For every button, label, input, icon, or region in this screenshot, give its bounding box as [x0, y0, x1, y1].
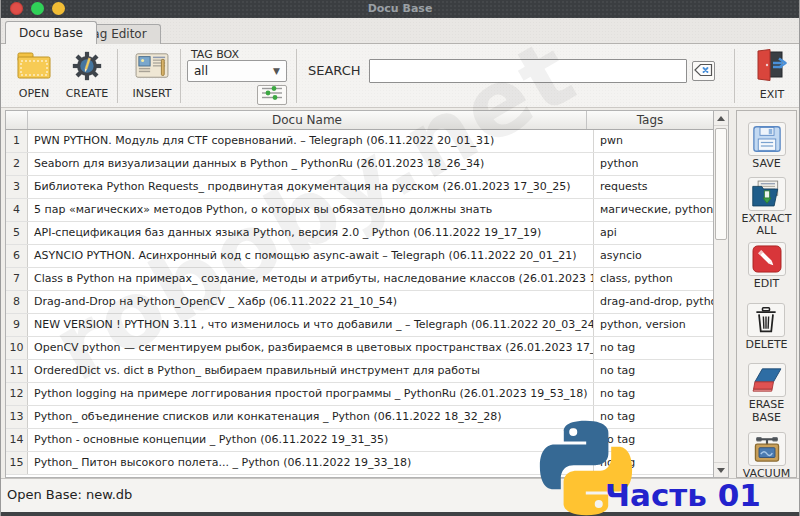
row-docu-name: Seaborn для визуализации данных в Python…	[28, 153, 594, 175]
row-number: 1	[6, 130, 28, 152]
table-row[interactable]: 7 Class в Python на примерах_ создание, …	[6, 268, 713, 291]
table-row[interactable]: 9 NEW VERSION ! PYTHON 3.11 , что измени…	[6, 314, 713, 337]
row-docu-name: OpenCV python — сегментируем рыбок, разб…	[28, 337, 594, 359]
table-row[interactable]: 15 Python_ Питон высокого полета... _ Py…	[6, 452, 713, 475]
vacuum-icon	[748, 432, 786, 466]
part-label: Часть 01	[605, 477, 761, 513]
toolbar-separator	[180, 49, 181, 103]
row-tags: requests	[594, 176, 713, 198]
row-docu-name: PWN PYTHON. Модуль для CTF соревнований.…	[28, 130, 594, 152]
extract-all-label: EXTRACT ALL	[739, 213, 795, 238]
scroll-up-icon	[717, 116, 725, 121]
row-docu-name: OrderedDict vs. dict в Python_ выбираем …	[28, 360, 594, 382]
create-button[interactable]: CREATE	[63, 51, 111, 100]
sliders-icon	[260, 85, 284, 105]
row-tags: drag-and-drop, python, ...	[594, 291, 713, 313]
row-tags: class, python	[594, 268, 713, 290]
row-number: 7	[6, 268, 28, 290]
scrollbar-thumb[interactable]	[715, 128, 727, 240]
gear-icon	[71, 51, 103, 85]
main-area: Docu Name Tags 1 PWN PYTHON. Модуль для …	[1, 108, 799, 478]
delete-button[interactable]: DELETE	[745, 303, 787, 352]
search-input[interactable]	[369, 59, 687, 83]
row-number: 9	[6, 314, 28, 336]
row-tags: no tag	[594, 452, 713, 474]
backspace-clear-icon	[694, 62, 713, 81]
erase-base-label: ERASE BASE	[739, 399, 795, 424]
table-row[interactable]: 13 Python_ объединение списков или конка…	[6, 406, 713, 429]
table-row[interactable]: 6 ASYNCIO PYTHON. Асинхронный код с помо…	[6, 245, 713, 268]
vertical-scrollbar[interactable]	[713, 111, 728, 477]
row-docu-name: API-спецификация баз данных языка Python…	[28, 222, 594, 244]
toolbar-separator	[296, 49, 297, 103]
scrollbar-track[interactable]	[714, 126, 728, 462]
table-header: Docu Name Tags	[6, 111, 713, 130]
window-title: Docu Base	[1, 0, 799, 18]
chevron-down-icon: ▼	[273, 66, 280, 76]
row-number: 2	[6, 153, 28, 175]
floppy-icon	[748, 122, 786, 156]
row-tags: python, version	[594, 314, 713, 336]
table-row[interactable]: 1 PWN PYTHON. Модуль для CTF соревновани…	[6, 130, 713, 153]
table-row[interactable]: 14 Python - основные концепции _ Python …	[6, 429, 713, 452]
row-docu-name: Библиотека Python Requests_ продвинутая …	[28, 176, 594, 198]
table-row[interactable]: 4 5 пар «магических» методов Python, о к…	[6, 199, 713, 222]
table-row[interactable]: 12 Python logging на примере логгировани…	[6, 383, 713, 406]
scroll-down-button[interactable]	[714, 462, 728, 477]
column-header-tags[interactable]: Tags	[587, 111, 713, 129]
edit-button[interactable]: EDIT	[748, 242, 786, 291]
row-docu-name: 5 пар «магических» методов Python, о кот…	[28, 199, 594, 221]
extract-folder-icon	[748, 177, 786, 211]
title-bar: Docu Base	[1, 0, 799, 18]
row-tags: asyncio	[594, 245, 713, 267]
save-button[interactable]: SAVE	[748, 122, 786, 171]
edit-pencil-icon	[748, 242, 786, 276]
row-docu-name: Python_ Питон высокого полета... _ Pytho…	[28, 452, 594, 474]
table-row[interactable]: 3 Библиотека Python Requests_ продвинута…	[6, 176, 713, 199]
search-label: SEARCH	[308, 63, 361, 78]
table-row[interactable]: 11 OrderedDict vs. dict в Python_ выбира…	[6, 360, 713, 383]
tab-docu-base[interactable]: Docu Base	[5, 21, 97, 44]
row-number: 8	[6, 291, 28, 313]
exit-button[interactable]: EXIT	[749, 49, 795, 101]
extract-all-button[interactable]: EXTRACT ALL	[739, 177, 795, 238]
scroll-down-icon	[717, 468, 725, 473]
row-number: 5	[6, 222, 28, 244]
toolbar: OPEN	[1, 44, 799, 108]
erase-base-button[interactable]: ERASE BASE	[739, 363, 795, 424]
row-number: 15	[6, 452, 28, 474]
row-tags: python	[594, 153, 713, 175]
open-label: OPEN	[19, 87, 49, 100]
status-text: Open Base: new.db	[7, 487, 132, 502]
create-label: CREATE	[66, 87, 109, 100]
row-number: 10	[6, 337, 28, 359]
scroll-up-button[interactable]	[714, 111, 728, 126]
row-number: 13	[6, 406, 28, 428]
row-tags: no tag	[594, 360, 713, 382]
row-docu-name: Drag-and-Drop на Python_OpenCV _ Хабр (0…	[28, 291, 594, 313]
action-sidebar: SAVE EXTRACT ALL	[736, 110, 797, 478]
toolbar-separator	[734, 49, 735, 103]
trash-icon	[747, 303, 785, 337]
insert-document-icon	[134, 51, 170, 85]
open-button[interactable]: OPEN	[11, 51, 57, 100]
column-header-docu-name[interactable]: Docu Name	[28, 111, 587, 129]
tag-filter-button[interactable]	[257, 85, 287, 105]
table-row[interactable]: 10 OpenCV python — сегментируем рыбок, р…	[6, 337, 713, 360]
row-number: 14	[6, 429, 28, 451]
insert-label: INSERT	[133, 87, 172, 100]
table-row[interactable]: 8 Drag-and-Drop на Python_OpenCV _ Хабр …	[6, 291, 713, 314]
save-label: SAVE	[752, 158, 780, 171]
edit-label: EDIT	[754, 278, 779, 291]
tagbox-select[interactable]: all ▼	[187, 60, 287, 82]
table-row[interactable]: 2 Seaborn для визуализации данных в Pyth…	[6, 153, 713, 176]
search-clear-button[interactable]	[692, 61, 715, 81]
table-row[interactable]: 5 API-спецификация баз данных языка Pyth…	[6, 222, 713, 245]
row-docu-name: Python logging на примере логгирования п…	[28, 383, 594, 405]
row-number: 11	[6, 360, 28, 382]
row-tags: pwn	[594, 130, 713, 152]
app-window: Docu Base Docu Base Tag Editor OPEN	[0, 0, 800, 516]
folder-icon	[15, 51, 53, 85]
row-tags: no tag	[594, 337, 713, 359]
insert-button[interactable]: INSERT	[129, 51, 175, 100]
